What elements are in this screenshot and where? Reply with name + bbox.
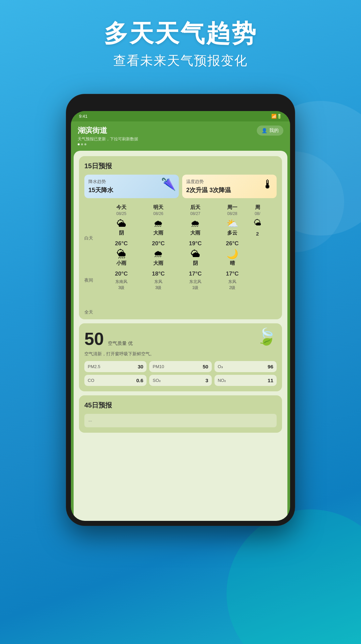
label-column: 白天 夜间 (84, 203, 103, 314)
so2-value: 3 (205, 378, 208, 383)
air-quality-header: 50 空气质量 优 (84, 329, 277, 349)
day-3-night-desc: 晴 (214, 260, 251, 266)
day-col-4-partial: 周 08/ 🌤 2 (251, 203, 264, 314)
no2-label: NO₂ (218, 378, 226, 383)
svg-point-5 (157, 275, 160, 278)
pm25-label: PM2.5 (88, 364, 101, 369)
temp-trend-icon: 🌡 (262, 177, 274, 191)
main-title: 多天天气趋势 (0, 20, 361, 47)
pm10-value: 50 (203, 364, 208, 369)
temp-trend-label: 温度趋势 (186, 179, 273, 185)
air-index: 50 (84, 329, 104, 349)
day-2-name: 后天 (177, 203, 214, 211)
day-2-date: 08/27 (177, 211, 214, 216)
day-4-day-icon: 🌤 (251, 218, 264, 227)
location-info: 湖滨街道 天气预报已更新，下拉可刷新数据 (78, 126, 138, 145)
daytime-label: 白天 (84, 235, 93, 241)
air-quality-card: 50 空气质量 优 🍃 空气清新，打开窗呼吸下新鲜空气。 PM2.5 30 PM… (79, 323, 282, 391)
day-4-day-temp: 2 (251, 231, 264, 237)
status-icons: 📶🔋 (271, 114, 282, 119)
svg-point-0 (120, 235, 123, 237)
so2-label: SO₂ (153, 378, 161, 383)
day-1-name: 明天 (140, 203, 177, 211)
day-1-day-icon: 🌧 (140, 218, 177, 229)
day-4-name-partial: 周 (251, 203, 264, 211)
day-3-day-temp: 26°C (214, 240, 251, 247)
air-item-no2: NO₂ 11 (214, 375, 277, 386)
day-3-wind: 东风2级 (214, 279, 251, 291)
forecast-15-title: 15日预报 (84, 162, 277, 171)
forecast-45-card: 45日预报 ··· (79, 395, 282, 433)
day-2-night-desc: 阴 (177, 260, 214, 266)
main-content: 15日预报 降水趋势 15天降水 🌂 温度趋势 2次升温 3次降温 🌡 (74, 151, 287, 521)
day-3-name: 周一 (214, 203, 251, 211)
air-description: 空气清新，打开窗呼吸下新鲜空气。 (84, 351, 277, 357)
day-2-wind: 东北风1级 (177, 279, 214, 291)
pm10-label: PM10 (153, 364, 164, 369)
phone-frame: 9:41 📶🔋 湖滨街道 天气预报已更新，下拉可刷新数据 👤 (66, 94, 295, 526)
air-item-pm25: PM2.5 30 (84, 361, 147, 372)
weather-table-inner: 白天 夜间 (84, 203, 277, 314)
co-label: CO (88, 378, 94, 383)
day-3-night-icon: 🌙 (214, 248, 251, 259)
rain-trend-box[interactable]: 降水趋势 15天降水 🌂 (84, 175, 179, 198)
day-2-day-icon: 🌧 (177, 218, 214, 229)
allday-label: 全天 (84, 309, 93, 314)
forecast-45-title: 45日预报 (84, 401, 277, 410)
o3-value: 96 (268, 364, 273, 369)
trend-row: 降水趋势 15天降水 🌂 温度趋势 2次升温 3次降温 🌡 (84, 175, 277, 198)
air-quality-grid: PM2.5 30 PM10 50 O₃ 96 CO (84, 361, 277, 386)
sub-title: 查看未来天气预报变化 (0, 52, 361, 69)
phone-mockup: 9:41 📶🔋 湖滨街道 天气预报已更新，下拉可刷新数据 👤 (66, 94, 295, 526)
rain-trend-icon: 🌂 (161, 177, 176, 191)
day-1-night-desc: 大雨 (140, 260, 177, 266)
day-columns: 今天 08/25 🌥 阴 26°C 🌦 小雨 (103, 203, 277, 314)
day-2-night-icon: 🌥 (177, 248, 214, 259)
day-col-1: 明天 08/26 🌧 大雨 20°C 🌧 大雨 18°C (140, 203, 177, 314)
phone-screen: 9:41 📶🔋 湖滨街道 天气预报已更新，下拉可刷新数据 👤 (71, 111, 290, 521)
svg-point-6 (194, 276, 197, 279)
day-0-day-icon: 🌥 (103, 218, 140, 229)
day-0-day-temp: 26°C (103, 240, 140, 247)
app-header: 湖滨街道 天气预报已更新，下拉可刷新数据 👤 我的 (71, 121, 290, 151)
leaf-icon: 🍃 (256, 327, 277, 346)
co-value: 0.6 (136, 378, 143, 383)
day-col-2: 后天 08/27 🌧 大雨 19°C 🌥 阴 17°C (177, 203, 214, 314)
no2-value: 11 (268, 378, 273, 383)
forecast-45-hint: ··· (88, 418, 92, 423)
svg-point-1 (157, 241, 160, 244)
day-3-date: 08/28 (214, 211, 251, 216)
phone-notch (147, 99, 214, 108)
temp-trend-box[interactable]: 温度趋势 2次升温 3次降温 🌡 (182, 175, 277, 198)
air-item-pm10: PM10 50 (149, 361, 211, 372)
air-item-co: CO 0.6 (84, 375, 147, 386)
day-0-name: 今天 (103, 203, 140, 211)
header-section: 多天天气趋势 查看未来天气预报变化 (0, 0, 361, 69)
o3-label: O₃ (218, 364, 223, 369)
profile-label: 我的 (269, 128, 279, 134)
day-col-3: 周一 08/28 ⛅ 多云 26°C 🌙 晴 17°C (214, 203, 251, 314)
air-quality-label: 空气质量 优 (108, 341, 133, 346)
status-time: 9:41 (79, 114, 87, 119)
day-0-night-icon: 🌦 (103, 248, 140, 259)
pm25-value: 30 (138, 364, 144, 369)
day-1-wind: 东风3级 (140, 279, 177, 291)
forecast-15-card: 15日预报 降水趋势 15天降水 🌂 温度趋势 2次升温 3次降温 🌡 (79, 156, 282, 319)
day-1-date: 08/26 (140, 211, 177, 216)
temp-trend-value: 2次升温 3次降温 (186, 186, 273, 194)
day-0-date: 08/25 (103, 211, 140, 216)
air-item-so2: SO₂ 3 (149, 375, 211, 386)
forecast-45-preview: ··· (84, 414, 277, 427)
day-2-day-desc: 大雨 (177, 230, 214, 236)
weather-table: 白天 夜间 (84, 203, 277, 314)
status-bar: 9:41 📶🔋 (71, 111, 290, 121)
svg-point-3 (231, 235, 234, 237)
svg-point-4 (120, 272, 123, 275)
location-name: 湖滨街道 (78, 126, 138, 136)
air-item-o3: O₃ 96 (214, 361, 277, 372)
day-0-night-desc: 小雨 (103, 260, 140, 266)
day-0-wind: 东南风3级 (103, 279, 140, 291)
profile-button[interactable]: 👤 我的 (257, 126, 283, 136)
svg-point-2 (194, 242, 197, 245)
nighttime-label: 夜间 (84, 277, 93, 283)
